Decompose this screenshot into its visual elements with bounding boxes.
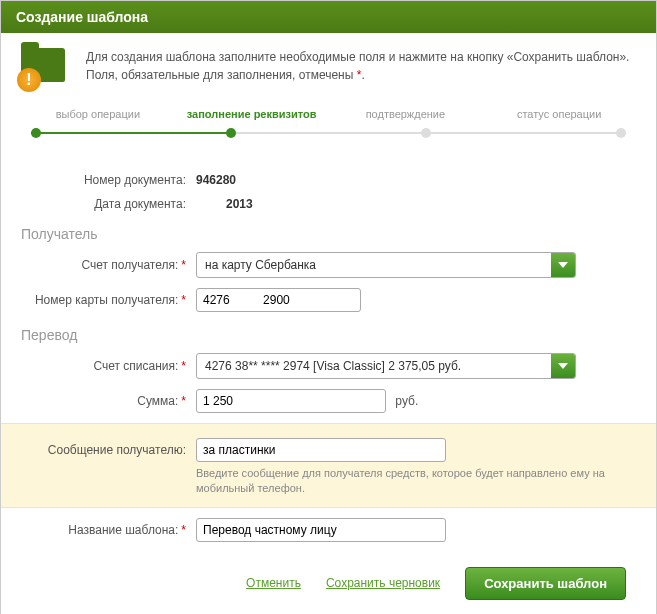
recipient-account-label: Счет получателя:* [21,258,186,272]
step-3-dot [421,128,431,138]
currency-label: руб. [395,394,418,408]
step-2-label: заполнение реквизитов [175,108,329,120]
cancel-link[interactable]: Отменить [246,576,301,590]
step-4-dot [616,128,626,138]
save-template-button[interactable]: Сохранить шаблон [465,567,626,600]
step-1-label: выбор операции [21,108,175,120]
message-highlight-block: Сообщение получателю: Введите сообщение … [1,423,656,508]
recipient-card-input[interactable] [196,288,361,312]
recipient-account-selected: на карту Сбербанка [197,258,551,272]
page-title: Создание шаблона [16,9,148,25]
transfer-section-title: Перевод [21,327,636,343]
save-draft-link[interactable]: Сохранить черновик [326,576,440,590]
debit-account-selected: 4276 38** **** 2974 [Visa Classic] 2 375… [197,359,551,373]
recipient-account-select[interactable]: на карту Сбербанка [196,252,576,278]
template-folder-icon: ! [21,48,71,88]
message-hint: Введите сообщение для получателя средств… [196,466,656,497]
intro-text: Для создания шаблона заполните необходим… [86,48,636,88]
template-name-input[interactable] [196,518,446,542]
message-label: Сообщение получателю: [21,443,186,457]
debit-account-label: Счет списания:* [21,359,186,373]
debit-account-select[interactable]: 4276 38** **** 2974 [Visa Classic] 2 375… [196,353,576,379]
dropdown-icon[interactable] [551,353,575,379]
progress-steps: выбор операции заполнение реквизитов под… [21,108,636,148]
step-2-dot [226,128,236,138]
intro-block: ! Для создания шаблона заполните необход… [21,48,636,88]
dropdown-icon[interactable] [551,252,575,278]
step-4-label: статус операции [482,108,636,120]
recipient-card-label: Номер карты получателя:* [21,293,186,307]
page-header: Создание шаблона [1,1,656,33]
template-name-label: Название шаблона:* [21,523,186,537]
recipient-section-title: Получатель [21,226,636,242]
doc-date-label: Дата документа: [21,197,186,211]
doc-number-label: Номер документа: [21,173,186,187]
amount-input[interactable] [196,389,386,413]
amount-label: Сумма:* [21,394,186,408]
message-input[interactable] [196,438,446,462]
step-3-label: подтверждение [329,108,483,120]
doc-number-value: 946280 [196,173,636,187]
step-1-dot [31,128,41,138]
doc-date-value: 2013 [196,197,636,211]
